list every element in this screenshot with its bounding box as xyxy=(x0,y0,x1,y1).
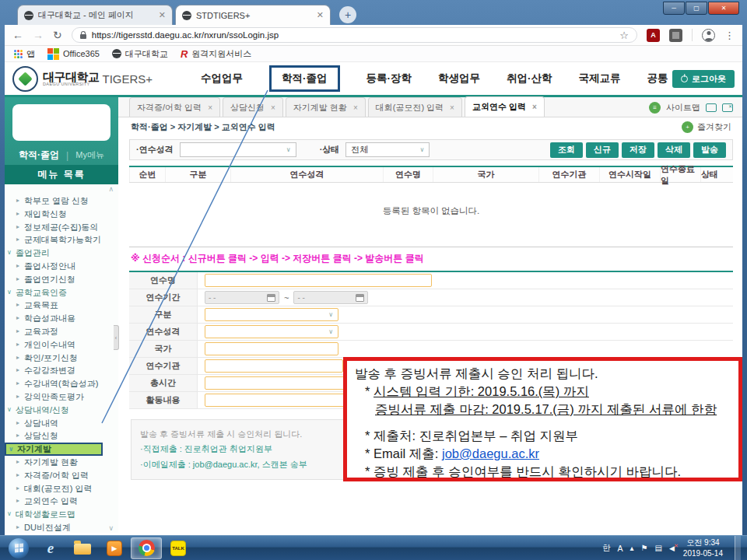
bookmark-apps[interactable]: 앱 xyxy=(14,48,35,60)
browser-tab-active[interactable]: STDTIGERS+ ✕ xyxy=(175,5,331,25)
sidebar-item[interactable]: 수강강좌변경 xyxy=(5,364,118,377)
workspace-tab[interactable]: 자격증/어학 입력 × xyxy=(129,97,220,117)
extension-icon[interactable] xyxy=(669,29,682,42)
show-desktop-button[interactable] xyxy=(735,536,741,560)
sidebar-item[interactable]: 대회(공모전) 입력 xyxy=(5,482,118,495)
training-type-select[interactable]: ∨ xyxy=(180,142,296,157)
grid-column-header[interactable]: 상태 xyxy=(700,167,718,182)
address-bar[interactable]: https://tigersstd.daegu.ac.kr/nxrun/ssoL… xyxy=(72,27,637,43)
calendar-icon[interactable] xyxy=(267,294,275,302)
training-name-input[interactable] xyxy=(205,274,432,287)
university-logo-icon[interactable] xyxy=(12,66,38,92)
sidebar-item[interactable]: 졸업연기신청 xyxy=(5,273,118,286)
workspace-tab[interactable]: 자기계발 현황 × xyxy=(286,97,366,117)
start-date-input[interactable]: - - xyxy=(205,291,279,304)
sidebar-item[interactable]: 졸업관리 xyxy=(5,247,118,260)
grid-column-header[interactable]: 연수시작일 xyxy=(599,167,660,182)
pdf-extension-icon[interactable]: A xyxy=(647,29,660,42)
sidebar-item[interactable]: 정보제공(수집)동의 xyxy=(5,221,118,234)
bookmark-office365[interactable]: Office365 xyxy=(47,48,100,60)
sidebar-item[interactable]: 확인/포기신청 xyxy=(5,352,118,365)
window-close-all-icon[interactable] xyxy=(722,103,733,112)
start-button[interactable] xyxy=(3,537,34,559)
minimize-button[interactable]: ─ xyxy=(663,2,685,15)
sidebar-item[interactable]: 교육목표 xyxy=(5,299,118,312)
sidebar-item[interactable]: 자기계발 xyxy=(5,443,103,456)
sidebar-collapse-handle[interactable]: ‹ xyxy=(114,325,119,350)
sidebar-item[interactable]: 상담내역 xyxy=(5,417,118,430)
bookmark-remote-support[interactable]: R 원격지원서비스 xyxy=(181,48,251,60)
sitemap-icon[interactable]: ≡ xyxy=(649,102,661,114)
browser-tab[interactable]: 대구대학교 - 메인 페이지 ✕ xyxy=(17,5,173,25)
sidebar-item[interactable]: 대학생활로드맵 xyxy=(5,508,118,521)
grid-column-header[interactable]: 연수성격 xyxy=(230,167,383,182)
hidden-icons-chevron-icon[interactable]: ▴ xyxy=(630,544,633,552)
nav-item[interactable]: 취업·산학 xyxy=(507,67,552,90)
workspace-tab[interactable]: 상담신청 × xyxy=(223,97,283,117)
nav-item[interactable]: 공통 xyxy=(647,67,668,90)
network-icon[interactable]: ▤ xyxy=(654,544,661,552)
nav-item[interactable]: 수업업무 xyxy=(201,67,243,90)
status-select[interactable]: 전체 ∨ xyxy=(345,142,430,157)
sidebar-item[interactable]: 자기계발 현황 xyxy=(5,456,118,469)
country-input[interactable] xyxy=(205,342,338,355)
maximize-button[interactable]: ▢ xyxy=(686,2,707,15)
browser-menu-icon[interactable]: ⋮ xyxy=(724,30,735,41)
tab-close-icon[interactable]: × xyxy=(353,103,358,112)
grid-column-header[interactable]: 순번 xyxy=(129,167,165,182)
action-button[interactable]: 삭제 xyxy=(658,142,690,158)
tab-close-icon[interactable]: ✕ xyxy=(159,10,166,20)
bookmark-star-icon[interactable]: ☆ xyxy=(619,30,629,41)
action-button[interactable]: 발송 xyxy=(693,142,726,158)
category-select[interactable]: ∨ xyxy=(205,308,338,321)
new-tab-button[interactable]: + xyxy=(339,6,356,23)
grid-column-header[interactable]: 구분 xyxy=(165,167,230,182)
chevron-down-icon[interactable]: ∨ xyxy=(108,524,114,532)
forward-icon[interactable]: → xyxy=(33,29,44,41)
nav-item[interactable]: 등록·장학 xyxy=(366,67,412,90)
ime-korean-indicator[interactable]: 한 xyxy=(602,543,611,554)
grid-column-header[interactable]: 연수명 xyxy=(383,167,433,182)
taskbar-chrome-active[interactable] xyxy=(131,537,162,559)
action-button[interactable]: 저장 xyxy=(622,142,654,158)
sidebar-item[interactable]: DU비전설계 xyxy=(5,521,118,533)
grid-column-header[interactable]: 연수종료일 xyxy=(660,167,700,182)
training-type-form-select[interactable]: ∨ xyxy=(205,325,338,338)
action-center-flag-icon[interactable]: ⚑ xyxy=(641,544,648,552)
taskbar-explorer[interactable] xyxy=(67,537,98,559)
calendar-icon[interactable] xyxy=(356,294,364,302)
sidebar-item[interactable]: 강의만족도평가 xyxy=(5,390,118,404)
taskbar-ie[interactable]: e xyxy=(35,537,66,559)
close-button[interactable]: ✕ xyxy=(708,2,739,15)
institution-input[interactable] xyxy=(205,359,343,373)
add-favorite-link[interactable]: + 즐겨찾기 xyxy=(682,121,731,133)
sidebar-item[interactable]: 수강내역(학습성과) xyxy=(5,377,118,390)
taskbar-media-player[interactable]: ▶ xyxy=(99,537,130,559)
workspace-tab[interactable]: 대회(공모전) 입력 × xyxy=(368,97,462,117)
email-link[interactable]: job@daegu.ac.kr xyxy=(442,446,539,460)
profile-icon[interactable] xyxy=(702,29,715,42)
tab-close-icon[interactable]: ✕ xyxy=(317,10,324,20)
sidebar-item[interactable]: 자격증/어학 입력 xyxy=(5,469,118,482)
sidebar-item[interactable]: 졸업사정안내 xyxy=(5,260,118,273)
workspace-tab[interactable]: 교외연수 입력 × xyxy=(465,96,545,117)
url-text[interactable]: https://tigersstd.daegu.ac.kr/nxrun/ssoL… xyxy=(92,30,279,40)
taskbar-kakaotalk[interactable]: TALK xyxy=(163,537,194,559)
sitemap-label[interactable]: 사이트맵 xyxy=(666,102,700,114)
sidebar-item[interactable]: 상담신청 xyxy=(5,429,118,443)
sidebar-item[interactable]: 교육과정 xyxy=(5,325,118,338)
tab-close-icon[interactable]: × xyxy=(271,103,275,112)
volume-muted-icon[interactable]: ◀✕ xyxy=(669,544,675,552)
sidebar-tab-mymenu[interactable]: My메뉴 xyxy=(75,149,104,161)
logout-button[interactable]: 로그아웃 xyxy=(672,70,735,88)
end-date-input[interactable]: - - xyxy=(293,291,368,304)
ime-english-indicator[interactable]: A xyxy=(617,544,622,553)
tab-close-icon[interactable]: × xyxy=(450,103,454,112)
nav-item[interactable]: 학적·졸업 xyxy=(269,65,340,92)
grid-column-header[interactable]: 연수기관 xyxy=(538,167,599,182)
nav-item[interactable]: 학생업무 xyxy=(438,67,480,90)
window-restore-icon[interactable] xyxy=(706,103,717,112)
chevron-up-icon[interactable]: ∧ xyxy=(108,185,114,193)
sidebar-tab-active[interactable]: 학적·졸업 xyxy=(19,149,59,162)
tab-close-icon[interactable]: × xyxy=(532,103,537,111)
